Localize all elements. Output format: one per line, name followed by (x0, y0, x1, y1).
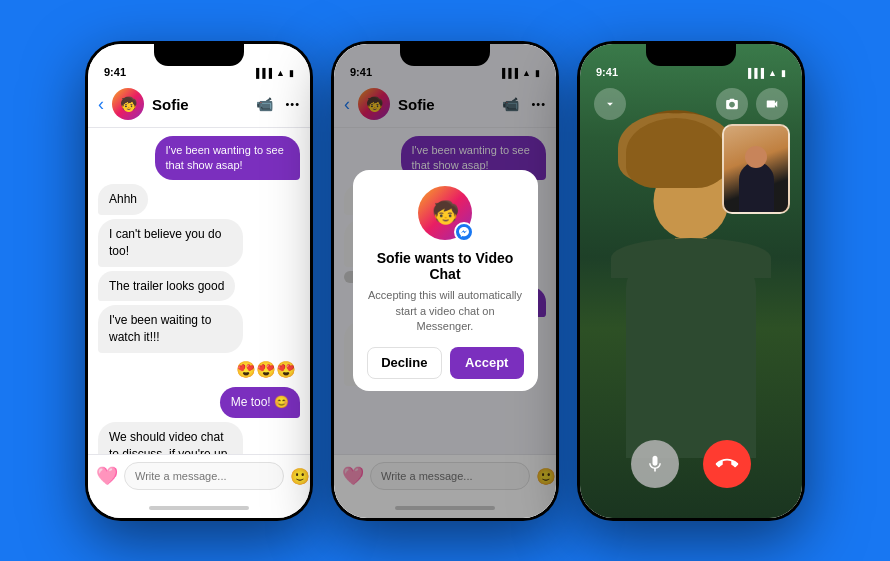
video-call-icon-1[interactable]: 📹 (256, 96, 273, 112)
messenger-badge (454, 222, 474, 242)
contact-name-1: Sofie (152, 96, 248, 113)
dialog-buttons: Decline Accept (367, 347, 524, 379)
video-bottom-controls (580, 440, 802, 488)
home-bar-1 (149, 506, 249, 510)
video-battery-icon: ▮ (781, 68, 786, 78)
wifi-icon-1: ▲ (276, 68, 285, 78)
home-indicator-1 (88, 498, 310, 518)
emoji-icon-1[interactable]: 🙂 (290, 467, 310, 486)
video-wifi-icon: ▲ (768, 68, 777, 78)
person-shoulders (611, 238, 771, 278)
notch-3 (646, 44, 736, 66)
phone-2: 9:41 ▐▐▐ ▲ ▮ ‹ 🧒 Sofie 📹 ••• I've been (331, 41, 559, 521)
mute-button[interactable] (631, 440, 679, 488)
avatar-1: 🧒 (112, 88, 144, 120)
video-toggle-button[interactable] (756, 88, 788, 120)
messages-1: I've been wanting to see that show asap!… (88, 128, 310, 454)
msg-1-4: The trailer looks good (98, 271, 235, 302)
pip-head (745, 146, 767, 168)
input-bar-1: 🩷 🙂 👍 (88, 454, 310, 498)
heart-icon-1[interactable]: 🩷 (96, 465, 118, 487)
phone-3: 9:41 ▐▐▐ ▲ ▮ (577, 41, 805, 521)
end-call-button[interactable] (703, 440, 751, 488)
pip-body (739, 162, 774, 212)
battery-icon-1: ▮ (289, 68, 294, 78)
phone-2-screen: 9:41 ▐▐▐ ▲ ▮ ‹ 🧒 Sofie 📹 ••• I've been (334, 44, 556, 518)
msg-1-5: I've been waiting to watch it!!! (98, 305, 243, 353)
more-icon-1[interactable]: ••• (285, 98, 300, 110)
chat-header-1: ‹ 🧒 Sofie 📹 ••• (88, 82, 310, 128)
notch-1 (154, 44, 244, 66)
dialog-title: Sofie wants to Video Chat (367, 250, 524, 282)
msg-1-2: Ahhh (98, 184, 148, 215)
top-right-controls (716, 88, 788, 120)
video-status-time: 9:41 (596, 66, 618, 78)
signal-icon-1: ▐▐▐ (253, 68, 272, 78)
msg-1-7: Me too! 😊 (220, 387, 300, 418)
person-jacket (626, 258, 756, 458)
chevron-down-button[interactable] (594, 88, 626, 120)
header-actions-1: 📹 ••• (256, 96, 300, 112)
pip-video (722, 124, 790, 214)
phones-container: 9:41 ▐▐▐ ▲ ▮ ‹ 🧒 Sofie 📹 ••• I've been (85, 41, 805, 521)
msg-1-6: 😍😍😍 (232, 357, 300, 383)
camera-flip-button[interactable] (716, 88, 748, 120)
msg-1-3: I can't believe you do too! (98, 219, 243, 267)
back-button-1[interactable]: ‹ (98, 94, 104, 115)
status-icons-1: ▐▐▐ ▲ ▮ (253, 68, 294, 78)
phone-1-screen: 9:41 ▐▐▐ ▲ ▮ ‹ 🧒 Sofie 📹 ••• I've been (88, 44, 310, 518)
person-hair (626, 118, 726, 188)
status-time-1: 9:41 (104, 66, 126, 78)
video-top-controls (580, 82, 802, 126)
dialog-avatar-wrap: 🧒 (418, 186, 472, 240)
decline-button[interactable]: Decline (367, 347, 443, 379)
video-status-icons: ▐▐▐ ▲ ▮ (745, 68, 786, 78)
msg-1-8: We should video chat to discuss, if you'… (98, 422, 243, 453)
dialog-box: 🧒 Sofie wants to Video Chat Accepting th… (353, 170, 538, 390)
accept-button[interactable]: Accept (450, 347, 524, 379)
msg-1-1: I've been wanting to see that show asap! (155, 136, 300, 181)
dialog-overlay: 🧒 Sofie wants to Video Chat Accepting th… (334, 44, 556, 518)
message-input-1[interactable] (124, 462, 284, 490)
phone-3-screen: 9:41 ▐▐▐ ▲ ▮ (580, 44, 802, 518)
pip-bg (724, 126, 788, 212)
dialog-description: Accepting this will automatically start … (367, 288, 524, 334)
phone-1: 9:41 ▐▐▐ ▲ ▮ ‹ 🧒 Sofie 📹 ••• I've been (85, 41, 313, 521)
video-signal-icon: ▐▐▐ (745, 68, 764, 78)
